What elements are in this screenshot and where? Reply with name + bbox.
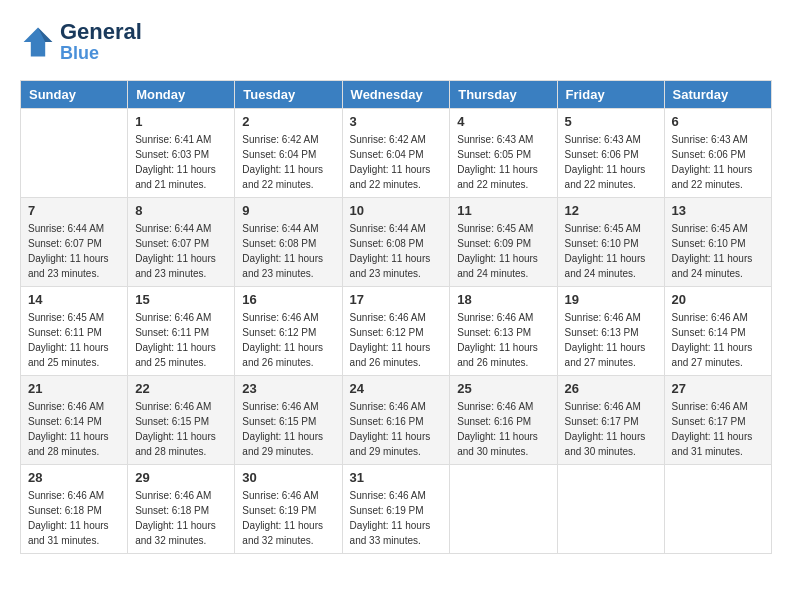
day-info: Sunrise: 6:45 AM Sunset: 6:10 PM Dayligh…	[565, 221, 657, 281]
day-number: 26	[565, 381, 657, 396]
calendar-cell: 6Sunrise: 6:43 AM Sunset: 6:06 PM Daylig…	[664, 108, 771, 197]
day-number: 4	[457, 114, 549, 129]
page-header: General Blue	[20, 20, 772, 64]
calendar-cell	[450, 464, 557, 553]
day-info: Sunrise: 6:46 AM Sunset: 6:17 PM Dayligh…	[565, 399, 657, 459]
day-number: 31	[350, 470, 443, 485]
day-info: Sunrise: 6:46 AM Sunset: 6:12 PM Dayligh…	[350, 310, 443, 370]
logo-icon	[20, 24, 56, 60]
calendar-cell: 3Sunrise: 6:42 AM Sunset: 6:04 PM Daylig…	[342, 108, 450, 197]
calendar-cell: 15Sunrise: 6:46 AM Sunset: 6:11 PM Dayli…	[128, 286, 235, 375]
calendar-cell: 13Sunrise: 6:45 AM Sunset: 6:10 PM Dayli…	[664, 197, 771, 286]
day-number: 5	[565, 114, 657, 129]
day-number: 13	[672, 203, 764, 218]
day-info: Sunrise: 6:42 AM Sunset: 6:04 PM Dayligh…	[242, 132, 334, 192]
day-info: Sunrise: 6:43 AM Sunset: 6:06 PM Dayligh…	[565, 132, 657, 192]
day-info: Sunrise: 6:44 AM Sunset: 6:08 PM Dayligh…	[242, 221, 334, 281]
calendar-cell: 9Sunrise: 6:44 AM Sunset: 6:08 PM Daylig…	[235, 197, 342, 286]
day-info: Sunrise: 6:45 AM Sunset: 6:09 PM Dayligh…	[457, 221, 549, 281]
day-info: Sunrise: 6:44 AM Sunset: 6:07 PM Dayligh…	[135, 221, 227, 281]
calendar-cell	[664, 464, 771, 553]
day-info: Sunrise: 6:46 AM Sunset: 6:19 PM Dayligh…	[242, 488, 334, 548]
day-number: 29	[135, 470, 227, 485]
day-info: Sunrise: 6:46 AM Sunset: 6:11 PM Dayligh…	[135, 310, 227, 370]
calendar-cell: 12Sunrise: 6:45 AM Sunset: 6:10 PM Dayli…	[557, 197, 664, 286]
day-info: Sunrise: 6:46 AM Sunset: 6:16 PM Dayligh…	[350, 399, 443, 459]
day-info: Sunrise: 6:46 AM Sunset: 6:13 PM Dayligh…	[565, 310, 657, 370]
calendar-cell: 23Sunrise: 6:46 AM Sunset: 6:15 PM Dayli…	[235, 375, 342, 464]
calendar-cell: 11Sunrise: 6:45 AM Sunset: 6:09 PM Dayli…	[450, 197, 557, 286]
calendar-week-row: 14Sunrise: 6:45 AM Sunset: 6:11 PM Dayli…	[21, 286, 772, 375]
weekday-header-wednesday: Wednesday	[342, 80, 450, 108]
day-number: 9	[242, 203, 334, 218]
weekday-header-tuesday: Tuesday	[235, 80, 342, 108]
day-info: Sunrise: 6:46 AM Sunset: 6:18 PM Dayligh…	[135, 488, 227, 548]
calendar-cell: 16Sunrise: 6:46 AM Sunset: 6:12 PM Dayli…	[235, 286, 342, 375]
calendar-cell: 5Sunrise: 6:43 AM Sunset: 6:06 PM Daylig…	[557, 108, 664, 197]
day-number: 24	[350, 381, 443, 396]
day-number: 2	[242, 114, 334, 129]
day-number: 7	[28, 203, 120, 218]
day-info: Sunrise: 6:46 AM Sunset: 6:13 PM Dayligh…	[457, 310, 549, 370]
day-number: 22	[135, 381, 227, 396]
logo: General Blue	[20, 20, 142, 64]
day-number: 15	[135, 292, 227, 307]
day-info: Sunrise: 6:46 AM Sunset: 6:16 PM Dayligh…	[457, 399, 549, 459]
day-info: Sunrise: 6:46 AM Sunset: 6:14 PM Dayligh…	[672, 310, 764, 370]
calendar-week-row: 28Sunrise: 6:46 AM Sunset: 6:18 PM Dayli…	[21, 464, 772, 553]
calendar-week-row: 1Sunrise: 6:41 AM Sunset: 6:03 PM Daylig…	[21, 108, 772, 197]
weekday-header-thursday: Thursday	[450, 80, 557, 108]
day-number: 23	[242, 381, 334, 396]
weekday-header-sunday: Sunday	[21, 80, 128, 108]
day-number: 17	[350, 292, 443, 307]
day-number: 14	[28, 292, 120, 307]
day-number: 12	[565, 203, 657, 218]
day-info: Sunrise: 6:46 AM Sunset: 6:15 PM Dayligh…	[242, 399, 334, 459]
day-number: 18	[457, 292, 549, 307]
day-info: Sunrise: 6:42 AM Sunset: 6:04 PM Dayligh…	[350, 132, 443, 192]
day-number: 6	[672, 114, 764, 129]
day-info: Sunrise: 6:46 AM Sunset: 6:19 PM Dayligh…	[350, 488, 443, 548]
day-number: 27	[672, 381, 764, 396]
day-info: Sunrise: 6:44 AM Sunset: 6:08 PM Dayligh…	[350, 221, 443, 281]
day-number: 28	[28, 470, 120, 485]
day-number: 1	[135, 114, 227, 129]
day-number: 30	[242, 470, 334, 485]
weekday-header-row: SundayMondayTuesdayWednesdayThursdayFrid…	[21, 80, 772, 108]
day-number: 10	[350, 203, 443, 218]
calendar-cell: 28Sunrise: 6:46 AM Sunset: 6:18 PM Dayli…	[21, 464, 128, 553]
calendar-week-row: 7Sunrise: 6:44 AM Sunset: 6:07 PM Daylig…	[21, 197, 772, 286]
calendar-cell: 26Sunrise: 6:46 AM Sunset: 6:17 PM Dayli…	[557, 375, 664, 464]
day-info: Sunrise: 6:44 AM Sunset: 6:07 PM Dayligh…	[28, 221, 120, 281]
day-number: 21	[28, 381, 120, 396]
calendar-cell: 30Sunrise: 6:46 AM Sunset: 6:19 PM Dayli…	[235, 464, 342, 553]
day-info: Sunrise: 6:46 AM Sunset: 6:15 PM Dayligh…	[135, 399, 227, 459]
calendar-cell: 29Sunrise: 6:46 AM Sunset: 6:18 PM Dayli…	[128, 464, 235, 553]
day-info: Sunrise: 6:46 AM Sunset: 6:18 PM Dayligh…	[28, 488, 120, 548]
day-number: 3	[350, 114, 443, 129]
calendar-cell: 1Sunrise: 6:41 AM Sunset: 6:03 PM Daylig…	[128, 108, 235, 197]
weekday-header-saturday: Saturday	[664, 80, 771, 108]
day-number: 16	[242, 292, 334, 307]
calendar-cell: 18Sunrise: 6:46 AM Sunset: 6:13 PM Dayli…	[450, 286, 557, 375]
day-info: Sunrise: 6:43 AM Sunset: 6:05 PM Dayligh…	[457, 132, 549, 192]
logo-text: General Blue	[60, 20, 142, 64]
weekday-header-friday: Friday	[557, 80, 664, 108]
day-number: 25	[457, 381, 549, 396]
day-number: 19	[565, 292, 657, 307]
calendar-cell: 17Sunrise: 6:46 AM Sunset: 6:12 PM Dayli…	[342, 286, 450, 375]
calendar-cell: 4Sunrise: 6:43 AM Sunset: 6:05 PM Daylig…	[450, 108, 557, 197]
calendar-cell: 21Sunrise: 6:46 AM Sunset: 6:14 PM Dayli…	[21, 375, 128, 464]
day-info: Sunrise: 6:41 AM Sunset: 6:03 PM Dayligh…	[135, 132, 227, 192]
calendar-cell	[21, 108, 128, 197]
calendar-cell: 2Sunrise: 6:42 AM Sunset: 6:04 PM Daylig…	[235, 108, 342, 197]
calendar-cell: 24Sunrise: 6:46 AM Sunset: 6:16 PM Dayli…	[342, 375, 450, 464]
calendar-cell: 20Sunrise: 6:46 AM Sunset: 6:14 PM Dayli…	[664, 286, 771, 375]
day-info: Sunrise: 6:46 AM Sunset: 6:12 PM Dayligh…	[242, 310, 334, 370]
day-info: Sunrise: 6:45 AM Sunset: 6:10 PM Dayligh…	[672, 221, 764, 281]
day-number: 20	[672, 292, 764, 307]
calendar-cell	[557, 464, 664, 553]
calendar-cell: 14Sunrise: 6:45 AM Sunset: 6:11 PM Dayli…	[21, 286, 128, 375]
day-info: Sunrise: 6:46 AM Sunset: 6:14 PM Dayligh…	[28, 399, 120, 459]
day-info: Sunrise: 6:43 AM Sunset: 6:06 PM Dayligh…	[672, 132, 764, 192]
